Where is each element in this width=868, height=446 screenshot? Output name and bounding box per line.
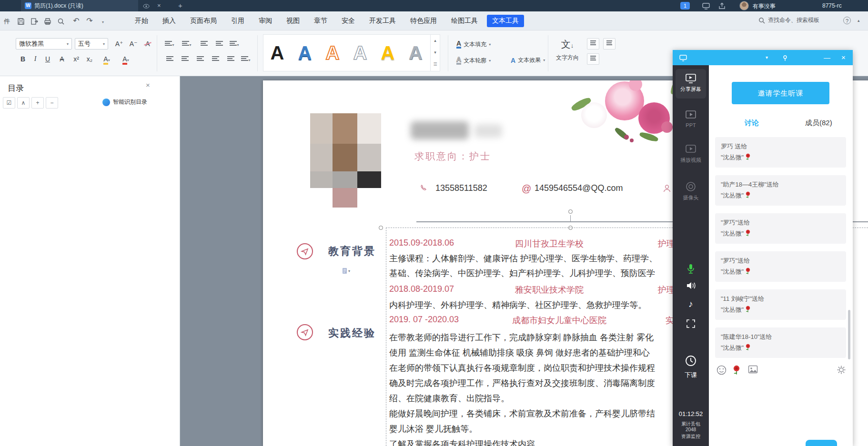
end-class-button[interactable]: 下课: [673, 355, 709, 379]
send-image-button[interactable]: [748, 365, 758, 376]
ribbon-extra-button-1[interactable]: [587, 38, 599, 50]
tab-members[interactable]: 成员(82): [805, 119, 832, 128]
smart-toc-button[interactable]: 智能识别目录: [102, 98, 147, 106]
bold-button[interactable]: B: [17, 53, 29, 65]
align-center-button[interactable]: [179, 53, 191, 65]
help-icon[interactable]: ?: [843, 17, 851, 24]
strikethrough-button[interactable]: A: [56, 53, 68, 65]
menu-tab-插入[interactable]: 插入: [157, 15, 181, 27]
align-left-button[interactable]: [164, 53, 175, 65]
wordart-style-3[interactable]: A: [319, 38, 346, 68]
ribbon-extra-button-2[interactable]: [603, 38, 616, 50]
fullscreen-button[interactable]: [673, 319, 709, 328]
ppt-button[interactable]: PPT: [673, 110, 709, 128]
undo-icon[interactable]: ↶: [71, 16, 81, 26]
menu-tab-章节[interactable]: 章节: [309, 15, 333, 27]
music-button[interactable]: ♪: [673, 299, 709, 309]
superscript-button[interactable]: x²: [71, 53, 82, 65]
wordart-style-6[interactable]: A: [402, 38, 429, 68]
minimize-panel-icon[interactable]: —: [824, 54, 830, 61]
gallery-more-icon[interactable]: ☰: [431, 59, 440, 70]
menu-tab-文本工具[interactable]: 文本工具: [487, 15, 524, 27]
toc-reduce-button[interactable]: −: [46, 97, 58, 109]
file-menu-partial[interactable]: 件: [4, 17, 10, 26]
text-effect-button[interactable]: A 文本效果▾: [511, 56, 545, 64]
pin-icon[interactable]: [782, 54, 788, 61]
wordart-style-5[interactable]: A: [374, 38, 402, 68]
command-search[interactable]: 查找命令、搜索模板: [758, 16, 819, 24]
toc-check-button[interactable]: ☑: [3, 97, 15, 109]
clear-format-button[interactable]: A: [142, 38, 153, 50]
attachment-icon[interactable]: ▾: [342, 267, 350, 274]
increase-font-button[interactable]: A⁺: [113, 38, 125, 50]
emoji-button[interactable]: [717, 365, 727, 376]
menu-tab-审阅[interactable]: 审阅: [253, 15, 277, 27]
tab-discussion[interactable]: 讨论: [745, 119, 759, 128]
chat-settings-gear-icon[interactable]: [837, 365, 847, 376]
menu-tab-页面布局[interactable]: 页面布局: [185, 15, 222, 27]
menu-tab-安全[interactable]: 安全: [336, 15, 360, 27]
subscript-button[interactable]: x₂: [84, 53, 95, 65]
align-right-button[interactable]: [194, 53, 206, 65]
italic-button[interactable]: I: [30, 53, 41, 65]
quickbar-dropdown-icon[interactable]: ▾: [98, 16, 108, 26]
notification-badge[interactable]: 1: [680, 2, 690, 10]
rotate-handle[interactable]: [568, 209, 573, 214]
menu-tab-开发工具[interactable]: 开发工具: [364, 15, 401, 27]
toc-close-icon[interactable]: ×: [146, 81, 150, 89]
resize-handle-left[interactable]: [379, 226, 383, 230]
invite-students-button[interactable]: 邀请学生听课: [732, 82, 829, 104]
increase-indent-button[interactable]: [213, 38, 225, 50]
redo-icon[interactable]: ↷: [85, 16, 94, 26]
collapse-ribbon-icon[interactable]: ▴: [858, 18, 860, 23]
gallery-up-icon[interactable]: ▴: [431, 35, 440, 47]
menu-tab-绘图工具[interactable]: 绘图工具: [446, 15, 483, 27]
gallery-down-icon[interactable]: ▾: [431, 47, 440, 59]
document-tab[interactable]: W 简历(1).docx (只读): [21, 0, 138, 11]
ribbon-extra-button-3[interactable]: [587, 53, 599, 65]
distribute-button[interactable]: [225, 53, 236, 65]
mic-button[interactable]: [673, 263, 709, 275]
font-size-select[interactable]: 五号▾: [75, 38, 108, 50]
close-doc-tab-icon[interactable]: ×: [157, 2, 161, 10]
user-avatar[interactable]: [739, 1, 749, 10]
menu-tab-引用[interactable]: 引用: [226, 15, 250, 27]
panel-dropdown-icon[interactable]: ▾: [766, 54, 768, 61]
export-icon[interactable]: [30, 16, 39, 26]
speaker-button[interactable]: [673, 281, 709, 290]
toc-collapse-button[interactable]: ∧: [17, 97, 30, 109]
numbered-list-button[interactable]: ▾: [181, 38, 192, 50]
toc-expand-button[interactable]: +: [31, 97, 44, 109]
menu-tab-开始[interactable]: 开始: [130, 15, 153, 27]
decrease-indent-button[interactable]: [198, 38, 210, 50]
print-icon[interactable]: [43, 16, 52, 26]
share-screen-button[interactable]: 分享屏幕: [676, 69, 706, 99]
cast-icon[interactable]: [702, 2, 710, 10]
send-button[interactable]: [806, 440, 837, 446]
new-tab-icon[interactable]: +: [178, 2, 182, 10]
paragraph-marks-button[interactable]: ▾: [229, 38, 240, 50]
font-color-button[interactable]: A▾: [120, 53, 131, 65]
wordart-gallery-scroll[interactable]: ▴ ▾ ☰: [430, 35, 440, 71]
chat-message-list[interactable]: 罗巧 送给 "沈丛微" "助产18—4王柳"送给 "沈丛微" "罗巧"送给 "沈…: [709, 137, 853, 359]
close-panel-icon[interactable]: ×: [841, 54, 846, 61]
justify-button[interactable]: [210, 53, 221, 65]
print-preview-icon[interactable]: [56, 16, 66, 26]
font-name-select[interactable]: 微软雅黑▾: [16, 38, 72, 50]
menu-tab-视图[interactable]: 视图: [281, 15, 305, 27]
text-direction-button[interactable]: 文↓ 文字方向: [553, 35, 582, 70]
line-spacing-button[interactable]: ▾: [240, 53, 252, 65]
camera-button[interactable]: 摄像头: [673, 181, 709, 201]
live-panel-header[interactable]: ▾ — ×: [673, 50, 853, 65]
text-outline-button[interactable]: A 文本轮廓▾: [456, 56, 491, 65]
highlight-color-button[interactable]: A▾: [101, 53, 112, 65]
decrease-font-button[interactable]: A⁻: [128, 38, 139, 50]
bullet-list-button[interactable]: ▾: [164, 38, 175, 50]
wordart-style-1[interactable]: A: [263, 38, 291, 68]
play-video-button[interactable]: 播放视频: [673, 144, 709, 164]
text-fill-button[interactable]: A 文本填充▾: [456, 40, 491, 49]
wordart-style-2[interactable]: A: [291, 38, 319, 68]
menu-tab-特色应用[interactable]: 特色应用: [405, 15, 442, 27]
save-icon[interactable]: [16, 16, 26, 26]
underline-button[interactable]: U: [42, 53, 53, 65]
